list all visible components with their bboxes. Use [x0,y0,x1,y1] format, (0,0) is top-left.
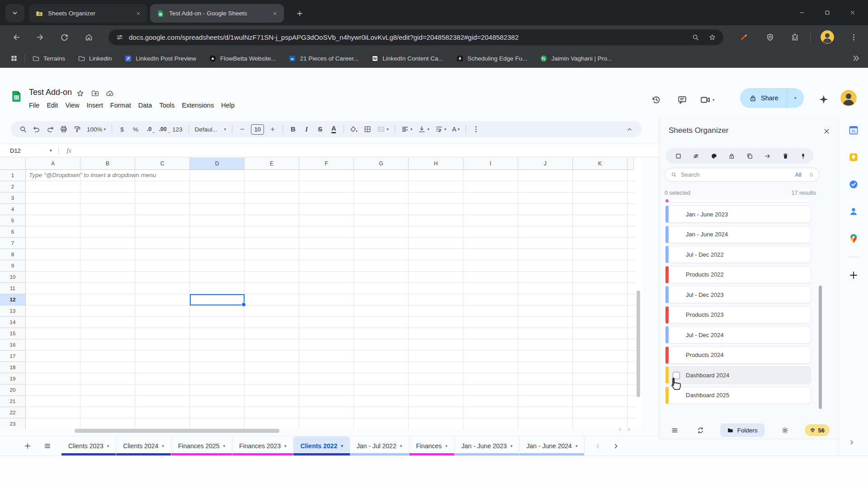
contacts-icon[interactable] [848,206,859,217]
row-header-9[interactable]: 9 [0,260,26,272]
caret-down-icon[interactable]: ▾ [50,148,52,153]
back-button[interactable] [9,30,24,44]
tab-close-icon[interactable] [134,9,143,18]
decrease-font-size-button[interactable] [236,123,249,136]
bookmark-item[interactable]: Scheduling Edge Fu... [456,55,528,62]
bookmark-item[interactable]: LinkedIn Content Ca... [371,55,443,62]
menu-edit[interactable]: Edit [43,100,61,110]
format-currency-button[interactable]: $ [115,123,129,136]
bookmark-item[interactable]: 21 Pieces of Career... [288,55,359,62]
decrease-decimal-button[interactable]: .0← [142,123,156,136]
color-filter-button[interactable] [806,171,814,179]
folders-button[interactable]: Folders [720,423,764,437]
column-header-f[interactable]: F [299,158,354,170]
row-header-7[interactable]: 7 [0,238,26,249]
row-header-15[interactable]: 15 [0,328,26,339]
sheet-item-checkbox[interactable] [673,372,680,379]
borders-button[interactable] [361,123,374,136]
vertical-scrollbar[interactable] [637,291,640,397]
sheet-tab-clients-2023[interactable]: Clients 2023▾ [61,436,116,455]
column-header-c[interactable]: C [135,158,190,170]
all-sheets-button[interactable] [41,439,54,453]
row-header-6[interactable]: 6 [0,226,26,238]
browser-menu-button[interactable] [847,32,858,42]
menu-insert[interactable]: Insert [83,100,107,110]
horizontal-scrollbar[interactable] [75,429,279,433]
close-window-button[interactable] [840,0,865,25]
fill-color-button[interactable] [347,123,361,136]
share-dropdown-button[interactable]: ▾ [787,88,804,108]
row-header-1[interactable]: 1 [0,170,26,181]
toolbar-search-button[interactable] [16,123,30,136]
paint-format-button[interactable] [71,123,84,136]
column-header-k[interactable]: K [573,158,627,170]
browser-tab-sheets-organizer[interactable]: Sheets Organizer [29,4,147,23]
sheet-tab-jan-jul-2022[interactable]: Jan - Jul 2022▾ [350,436,409,455]
text-color-button[interactable]: A [327,123,340,136]
sheet-item-products-2023[interactable]: Products 2023 [666,306,811,324]
sheet-item-jan-june-2023[interactable]: Jan - June 2023 [666,206,811,223]
browser-tab-test-addon[interactable]: Test Add-on - Google Sheets [150,4,284,23]
text-rotation-button[interactable]: A▾ [449,123,462,136]
column-header-g[interactable]: G [354,158,409,170]
merge-cells-button[interactable]: ▾ [374,123,392,136]
list-view-button[interactable] [668,424,680,436]
sheet-item-dashboard-2025[interactable]: Dashboard 2025 [666,387,811,404]
hide-side-panel-button[interactable] [846,436,858,448]
bookmark-item[interactable]: FlowBetta Website... [209,55,276,62]
maximize-button[interactable] [815,0,840,25]
font-size-input[interactable]: 10 [251,124,264,135]
sheet-item-jan-june-2024[interactable]: Jan - June 2024 [666,226,811,243]
sheet-tab-jan-june-2023[interactable]: Jan - June 2023▾ [455,436,520,455]
format-percent-button[interactable]: % [129,123,142,136]
column-header-e[interactable]: E [245,158,299,170]
scrolled-sheet-item-partial[interactable] [666,199,811,202]
organizer-tool-select-icon[interactable] [672,151,682,161]
sheets-logo[interactable] [9,87,23,105]
bookmark-star-icon[interactable] [708,33,716,41]
sheet-item-products-2022[interactable]: Products 2022 [666,266,811,283]
organizer-tool-pin-icon[interactable] [797,151,807,161]
row-header-20[interactable]: 20 [0,385,26,396]
apps-grid-icon[interactable] [7,52,19,64]
reload-button[interactable] [57,30,71,44]
calendar-icon[interactable]: 31 [848,125,859,136]
row-header-5[interactable]: 5 [0,215,26,226]
row-header-3[interactable]: 3 [0,192,26,204]
tasks-icon[interactable] [848,179,859,190]
eyedropper-extension-icon[interactable] [737,32,748,42]
bookmark-item[interactable]: LinkedIn Post Preview [124,55,196,62]
row-header-19[interactable]: 19 [0,373,26,385]
new-tab-button[interactable] [293,7,306,20]
site-info-icon[interactable] [116,33,123,41]
row-header-12[interactable]: 12 [0,294,26,305]
sheet-tab-finances-2025[interactable]: Finances 2025▾ [171,436,232,455]
tab-close-icon[interactable] [270,9,279,18]
row-header-8[interactable]: 8 [0,249,26,260]
zoom-select[interactable]: 100%▾ [84,123,108,136]
filter-all-button[interactable]: All [795,171,802,178]
font-select[interactable]: Defaul...▾ [192,123,229,136]
document-title[interactable]: Test Add-on [29,88,72,97]
comments-button[interactable] [674,91,691,108]
organizer-tool-color-icon[interactable] [708,151,718,161]
row-header-18[interactable]: 18 [0,362,26,373]
vertical-align-button[interactable]: ▾ [415,123,432,136]
bookmarks-overflow-icon[interactable] [852,54,861,63]
menu-help[interactable]: Help [217,100,238,110]
organizer-tool-hide-icon[interactable] [690,151,700,161]
menu-data[interactable]: Data [135,100,156,110]
row-header-14[interactable]: 14 [0,317,26,328]
tab-search-button[interactable] [5,4,24,22]
sheet-item-jul-dec-2024[interactable]: Jul - Dec 2024 [666,326,811,343]
sheet-tab-finances[interactable]: Finances▾ [409,436,454,455]
sheet-tab-clients-2022[interactable]: Clients 2022▾ [293,436,349,455]
sheet-tab-jan-june-2024[interactable]: Jan - June 2024▾ [519,436,585,455]
bookmark-item[interactable]: Jaimin Vaghani | Pro... [540,55,612,62]
sheet-tab-finances-2023[interactable]: Finances 2023▾ [232,436,293,455]
zoom-icon[interactable] [692,33,699,41]
refresh-button[interactable] [694,424,706,436]
toolbar-more-button[interactable] [469,123,483,136]
add-sheet-button[interactable] [21,439,34,453]
minimize-button[interactable] [789,0,815,25]
